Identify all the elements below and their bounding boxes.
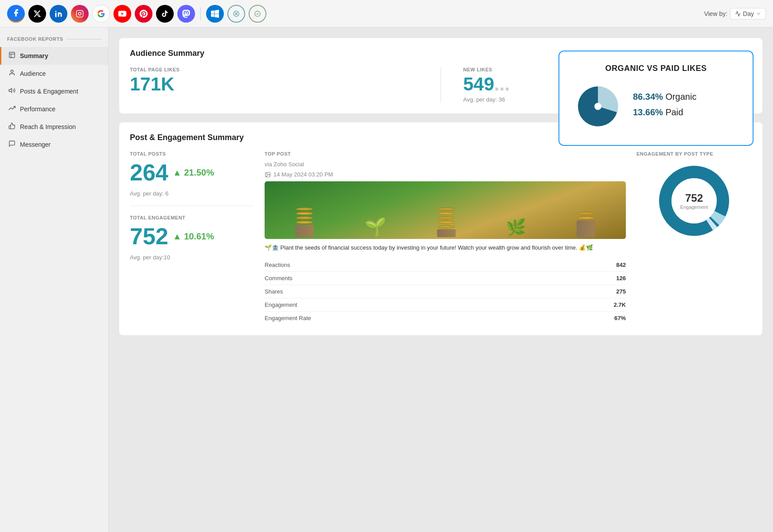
nav-zoho1[interactable] <box>227 5 245 23</box>
engagement-row-rate: Engagement Rate 67% <box>265 312 626 325</box>
up-arrow-posts: ▲ <box>173 168 182 177</box>
pie-chart <box>574 82 622 133</box>
post-engagement-grid: TOTAL POSTS 264 ▲ 21.50% Avg. per day: 6… <box>130 151 752 325</box>
donut-chart-container: 752 Engagement <box>636 165 752 236</box>
main-layout: FACEBOOK REPORTS Summary Audience Posts … <box>0 27 773 532</box>
metric-separator <box>130 206 254 206</box>
plant-emoji-2: 🌿 <box>506 219 526 237</box>
sidebar-item-label-summary: Summary <box>20 52 48 59</box>
svg-point-3 <box>78 12 81 15</box>
pe-left: TOTAL POSTS 264 ▲ 21.50% Avg. per day: 6… <box>130 151 254 325</box>
image-icon <box>265 172 271 178</box>
sidebar-item-label-reach: Reach & Impression <box>20 123 76 130</box>
svg-rect-2 <box>77 10 83 17</box>
pe-middle: TOP POST via Zoho Social 14 May 2024 03:… <box>265 151 626 325</box>
sidebar-item-reach-impression[interactable]: Reach & Impression <box>0 118 108 136</box>
top-navigation: View by: Day <box>0 0 773 27</box>
sidebar-item-posts-engagement[interactable]: Posts & Engagement <box>0 82 108 100</box>
audience-icon <box>8 69 16 78</box>
engagement-by-type-label: ENGAGEMENT BY POST TYPE <box>636 151 752 156</box>
top-post-label: TOP POST <box>265 151 626 156</box>
svg-point-4 <box>81 12 82 12</box>
post-text: 🌱🏦 Plant the seeds of financial success … <box>265 243 626 252</box>
nav-linkedin[interactable] <box>50 5 67 23</box>
coin-stack-1 <box>295 207 314 237</box>
total-engagement-label: TOTAL ENGAGEMENT <box>130 215 254 220</box>
total-page-likes-block: TOTAL PAGE LIKES 171K <box>130 67 418 103</box>
content-area: Audience Summary TOTAL PAGE LIKES 171K N… <box>109 27 773 532</box>
popup-legend: 86.34% Organic 13.66% Paid <box>633 92 738 123</box>
svg-rect-0 <box>55 12 57 17</box>
engagement-row-reactions: Reactions 842 <box>265 258 626 272</box>
organic-legend: 86.34% Organic <box>633 92 738 102</box>
sidebar-item-label-posts: Posts & Engagement <box>20 88 78 95</box>
metric-divider-1 <box>441 67 441 103</box>
view-by-value: Day <box>743 10 754 17</box>
total-engagement-value: 752 ▲ 10.61% <box>130 223 254 250</box>
engagement-table: Reactions 842 Comments 126 Shares 275 <box>265 258 626 325</box>
reach-icon <box>8 122 16 131</box>
engagement-row-engagement: Engagement 2.7K <box>265 298 626 312</box>
pe-right: ENGAGEMENT BY POST TYPE <box>636 151 752 325</box>
sidebar-item-audience[interactable]: Audience <box>0 65 108 82</box>
svg-point-11 <box>11 70 13 72</box>
coin-stack-3 <box>577 211 595 237</box>
engagement-avg-per-day: Avg. per day:10 <box>130 254 254 261</box>
engagement-row-shares: Shares 275 <box>265 285 626 298</box>
nav-windows[interactable] <box>206 5 224 23</box>
svg-point-16 <box>266 173 267 174</box>
nav-youtube[interactable] <box>113 5 131 23</box>
total-posts-label: TOTAL POSTS <box>130 151 254 156</box>
nav-twitter[interactable] <box>28 5 46 23</box>
coin-stack-2 <box>437 207 456 237</box>
posts-engagement-icon <box>8 87 16 96</box>
nav-tiktok[interactable] <box>156 5 174 23</box>
paid-legend: 13.66% Paid <box>633 107 738 117</box>
sidebar-item-messenger[interactable]: Messenger <box>0 136 108 153</box>
post-image: 🌱 🌿 <box>265 181 626 239</box>
nav-separator-1 <box>200 7 201 20</box>
nav-instagram[interactable] <box>71 5 89 23</box>
total-page-likes-value: 171K <box>130 75 418 94</box>
svg-point-14 <box>594 103 601 110</box>
performance-icon <box>8 105 16 113</box>
plant-emoji: 🌱 <box>364 218 386 237</box>
sidebar-item-performance[interactable]: Performance <box>0 100 108 118</box>
nav-facebook[interactable] <box>7 5 25 23</box>
messenger-icon <box>8 140 16 149</box>
sidebar-item-label-messenger: Messenger <box>20 141 51 148</box>
sidebar: FACEBOOK REPORTS Summary Audience Posts … <box>0 27 109 532</box>
post-engagement-card: Post & Engagement Summary TOTAL POSTS 26… <box>119 122 762 335</box>
sidebar-item-label-performance: Performance <box>20 106 55 113</box>
svg-marker-12 <box>9 88 12 92</box>
nav-google[interactable] <box>92 5 110 23</box>
total-posts-value: 264 ▲ 21.50% <box>130 159 254 186</box>
up-arrow-engagement: ▲ <box>173 231 182 241</box>
organic-paid-title: ORGANIC VS PAID LIKES <box>574 64 738 73</box>
summary-icon <box>8 51 16 60</box>
svg-point-1 <box>55 11 57 12</box>
engagement-change: ▲ 10.61% <box>173 231 214 242</box>
post-source: via Zoho Social <box>265 161 626 168</box>
organic-paid-content: 86.34% Organic 13.66% Paid <box>574 82 738 133</box>
view-by-button[interactable]: Day <box>730 8 766 20</box>
posts-avg-per-day: Avg. per day: 6 <box>130 190 254 197</box>
svg-rect-8 <box>9 52 15 58</box>
nav-zoho2[interactable] <box>249 5 266 23</box>
engagement-row-comments: Comments 126 <box>265 272 626 285</box>
view-by-container: View by: Day <box>704 8 766 20</box>
total-page-likes-label: TOTAL PAGE LIKES <box>130 67 418 72</box>
sidebar-item-label-audience: Audience <box>20 70 46 77</box>
posts-change: ▲ 21.50% <box>173 168 214 178</box>
organic-paid-popup: ORGANIC VS PAID LIKES <box>558 51 753 146</box>
post-date: 14 May 2024 03:20 PM <box>265 171 626 178</box>
donut-label: 752 Engagement <box>680 192 708 210</box>
view-by-label: View by: <box>704 10 727 17</box>
audience-summary-card: Audience Summary TOTAL PAGE LIKES 171K N… <box>119 38 762 113</box>
sidebar-section-label: FACEBOOK REPORTS <box>0 36 108 47</box>
nav-mastodon[interactable] <box>177 5 195 23</box>
donut-chart: 752 Engagement <box>659 165 730 236</box>
sidebar-item-summary[interactable]: Summary <box>0 47 108 65</box>
nav-pinterest[interactable] <box>135 5 152 23</box>
